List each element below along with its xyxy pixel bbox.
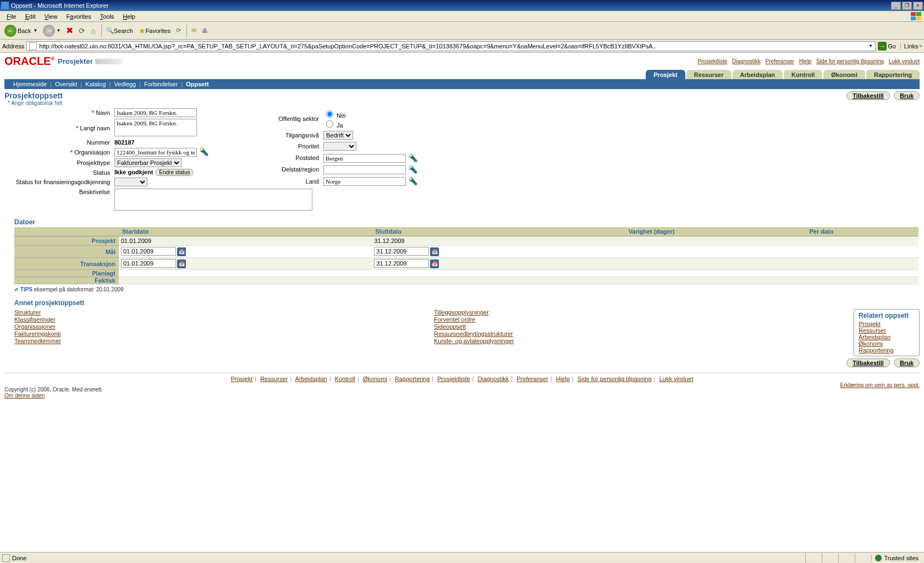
forward-button[interactable]: →▼ — [41, 24, 63, 38]
link-sideoppsett[interactable]: Sideoppsett — [434, 323, 854, 330]
select-prioritet[interactable] — [323, 142, 356, 151]
tab-ressurser[interactable]: Ressurser — [686, 70, 732, 79]
calendar-icon[interactable]: 📅 — [430, 247, 439, 256]
forward-dropdown-icon[interactable]: ▼ — [56, 28, 61, 33]
calendar-icon[interactable]: 📅 — [430, 260, 439, 268]
fnav-prosjekt[interactable]: Prosjekt — [230, 376, 252, 382]
mail-button[interactable]: ✉ — [189, 26, 199, 35]
fnav-prosjektliste[interactable]: Prosjektliste — [437, 376, 470, 382]
bruk-button-bottom[interactable]: Bruk — [894, 358, 920, 367]
subnav-hjemmeside[interactable]: Hjemmeside — [10, 81, 50, 87]
link-organisasjoner[interactable]: Organisasjoner — [14, 323, 434, 330]
lov-delstat-icon[interactable]: 🔦 — [408, 165, 417, 174]
refresh-button[interactable]: ⟳ — [76, 25, 87, 36]
privacy-link[interactable]: Erklæring om vern av pers. oppl. — [840, 382, 920, 388]
tab-kontroll[interactable]: Kontroll — [784, 70, 822, 79]
lov-land-icon[interactable]: 🔦 — [408, 176, 417, 185]
fnav-ressurser[interactable]: Ressurser — [260, 376, 288, 382]
back-button[interactable]: ←Back ▼ — [2, 24, 40, 38]
lov-organisasjon-icon[interactable]: 🔦 — [199, 147, 208, 156]
menu-edit[interactable]: Edit — [21, 12, 40, 21]
go-button[interactable]: →Go — [878, 42, 896, 51]
fnav-lukk[interactable]: Lukk vinduet — [659, 376, 694, 382]
link-faktureringskonti[interactable]: Faktureringskonti — [14, 330, 434, 337]
input-land[interactable] — [323, 177, 406, 186]
link-teammedlemmer[interactable]: Teammedlemmer — [14, 338, 434, 344]
back-dropdown-icon[interactable]: ▼ — [33, 28, 37, 33]
tab-rapportering[interactable]: Rapportering — [866, 70, 920, 79]
tab-arbeidsplan[interactable]: Arbeidsplan — [733, 70, 783, 79]
tab-prosjekt[interactable]: Prosjekt — [646, 70, 685, 79]
link-personlig-tilpasning[interactable]: Side for personlig tilpasning — [816, 58, 884, 64]
related-rapportering[interactable]: Rapportering — [859, 347, 915, 354]
select-fin-status[interactable] — [114, 178, 147, 186]
bruk-button-top[interactable]: Bruk — [894, 91, 920, 100]
endre-status-button[interactable]: Endre status — [155, 169, 194, 176]
menu-favorites[interactable]: Favorites — [62, 12, 95, 21]
print-button[interactable]: 🖶 — [200, 26, 210, 35]
subnav-vedlegg[interactable]: Vedlegg — [111, 81, 139, 87]
select-tilgang[interactable]: Bedrift — [323, 131, 353, 140]
link-kunde-avtale[interactable]: Kunde- og avtaleopplysninger — [434, 338, 854, 344]
link-lukk-vinduet[interactable]: Lukk vinduet — [889, 58, 920, 64]
tab-okonomi[interactable]: Økonomi — [823, 70, 865, 79]
fnav-rapportering[interactable]: Rapportering — [395, 376, 430, 382]
link-ressursnedbryting[interactable]: Ressursnedbrytingsstrukturer — [434, 330, 854, 337]
history-button[interactable]: ⟳ — [174, 26, 183, 35]
fnav-preferanser[interactable]: Preferanser — [516, 376, 548, 382]
menu-file[interactable]: File — [2, 12, 21, 21]
related-prosjekt[interactable]: Prosjekt — [859, 321, 915, 327]
link-tilleggsopplysninger[interactable]: Tilleggsopplysninger — [434, 309, 854, 316]
fnav-arbeidsplan[interactable]: Arbeidsplan — [295, 376, 327, 382]
select-prosjekttype[interactable]: Fakturerbar Prosjekt — [114, 158, 182, 167]
fnav-okonomi[interactable]: Økonomi — [363, 376, 387, 382]
restore-button[interactable]: ❐ — [902, 2, 912, 10]
radio-ja-label[interactable]: Ja — [323, 122, 343, 129]
fnav-kontroll[interactable]: Kontroll — [335, 376, 355, 382]
fnav-hjelp[interactable]: Hjelp — [556, 376, 570, 382]
close-window-button[interactable]: × — [913, 2, 923, 10]
subnav-oversikt[interactable]: Oversikt — [52, 81, 80, 87]
menu-tools[interactable]: Tools — [96, 12, 119, 21]
link-diagnostikk[interactable]: Diagnostikk — [732, 58, 761, 64]
menu-view[interactable]: View — [40, 12, 62, 21]
related-arbeidsplan[interactable]: Arbeidsplan — [859, 334, 915, 340]
link-klassifiseringer[interactable]: Klassifiseringer — [14, 316, 434, 323]
url-input[interactable]: http://bot-oatest02.uio.no:8031/OA_HTML/… — [26, 41, 876, 51]
link-prosjektliste[interactable]: Prosjektliste — [697, 58, 727, 64]
input-mal-slutt[interactable] — [374, 247, 429, 256]
link-preferanser[interactable]: Preferanser — [766, 58, 794, 64]
link-hjelp[interactable]: Hjelp — [799, 58, 812, 64]
input-navn[interactable] — [114, 108, 197, 117]
stop-button[interactable]: ✖ — [64, 24, 75, 37]
tilbakestill-button-bottom[interactable]: Tilbakestill — [846, 358, 890, 367]
input-delstat[interactable] — [323, 165, 406, 174]
calendar-icon[interactable]: 📅 — [177, 260, 186, 268]
textarea-beskrivelse[interactable] — [114, 189, 312, 211]
favorites-button[interactable]: ★Favorites — [136, 25, 173, 36]
radio-ja[interactable] — [326, 120, 333, 128]
tilbakestill-button-top[interactable]: Tilbakestill — [846, 91, 890, 100]
link-forventet-ordre[interactable]: Forventet ordre — [434, 316, 854, 323]
input-mal-start[interactable] — [121, 247, 176, 256]
fnav-personlig[interactable]: Side for personlig tilpasning — [578, 376, 652, 382]
search-button[interactable]: 🔍Search — [104, 26, 135, 35]
links-button[interactable]: Links — [900, 43, 919, 49]
input-trans-slutt[interactable] — [374, 259, 429, 268]
link-strukturer[interactable]: Strukturer — [14, 309, 434, 316]
input-organisasjon[interactable] — [114, 148, 197, 157]
lov-poststed-icon[interactable]: 🔦 — [408, 153, 417, 162]
subnav-katalog[interactable]: Katalog — [82, 81, 109, 87]
calendar-icon[interactable]: 📅 — [177, 247, 186, 256]
subnav-oppsett[interactable]: Oppsett — [183, 81, 212, 87]
radio-nei-label[interactable]: Nei — [323, 112, 346, 119]
fnav-diagnostikk[interactable]: Diagnostikk — [478, 376, 509, 382]
related-okonomi[interactable]: Økonomi — [859, 340, 915, 347]
input-poststed[interactable] — [323, 154, 406, 163]
textarea-langt-navn[interactable]: Isaken 2009, BG Forskn. — [114, 119, 197, 136]
input-trans-start[interactable] — [121, 259, 176, 268]
menu-help[interactable]: Help — [118, 12, 140, 21]
minimize-button[interactable]: _ — [891, 2, 901, 10]
radio-nei[interactable] — [326, 111, 333, 118]
subnav-forbindelser[interactable]: Forbindelser — [141, 81, 181, 87]
